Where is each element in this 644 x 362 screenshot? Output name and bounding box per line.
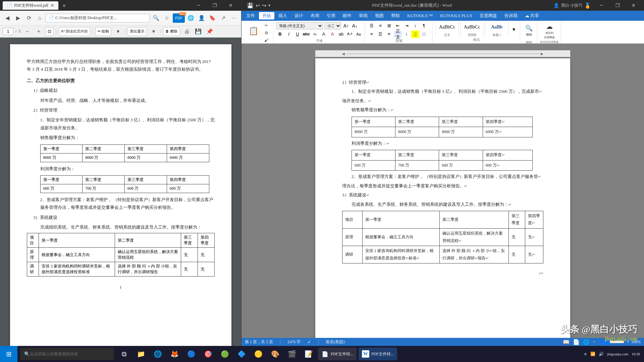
menu-refs[interactable]: 引用 bbox=[323, 12, 339, 19]
line-spacing-btn[interactable]: ↕ bbox=[402, 31, 411, 38]
pdf-home-btn[interactable]: ⌂ bbox=[35, 13, 44, 23]
menu-file[interactable]: 文件 bbox=[243, 12, 258, 19]
taskbar-browser3[interactable]: 🔵 bbox=[184, 346, 199, 362]
menu-design[interactable]: 设计 bbox=[291, 12, 307, 19]
pdf-draw-btn[interactable]: ✏ 绘制 bbox=[95, 27, 111, 36]
copy-btn[interactable]: ⧉ bbox=[262, 29, 271, 36]
baidu-save-btn[interactable]: ☁ 保存到 百度网盘 bbox=[541, 22, 558, 40]
pdf-user-btn[interactable]: 👤 bbox=[197, 13, 206, 23]
pdf-share-btn[interactable]: ↗ bbox=[218, 13, 228, 23]
pdf-new-tab[interactable]: ＋ bbox=[61, 1, 67, 9]
style-no-space[interactable]: AaBbCc 无间距 bbox=[460, 22, 484, 37]
word-restore-btn[interactable]: ❐ bbox=[610, 0, 625, 11]
pdf-address-bar[interactable]: 📄 C:/Users/如亚科技/Desktop/PDF文... bbox=[46, 14, 150, 22]
shading-btn[interactable]: A↗ bbox=[346, 31, 354, 38]
pdf-print-btn[interactable]: 🖨 bbox=[182, 27, 192, 36]
menu-layout[interactable]: 布局 bbox=[307, 12, 323, 19]
pdf-globe-btn[interactable]: 🌐 bbox=[186, 13, 196, 23]
taskbar-app1[interactable]: 🎯 bbox=[201, 346, 215, 362]
bold-btn[interactable]: B bbox=[276, 31, 284, 38]
font-grow-btn[interactable]: A↑ bbox=[342, 22, 350, 29]
menu-kutools[interactable]: KUTOOLS ™ bbox=[404, 12, 436, 19]
taskbar-word-app[interactable]: W PDF文件转... bbox=[359, 348, 397, 360]
menu-insert[interactable]: 插入 bbox=[275, 12, 290, 19]
task-view-btn[interactable]: ⧉ bbox=[117, 346, 131, 362]
menu-mail[interactable]: 邮件 bbox=[339, 12, 355, 19]
tray-expand-btn[interactable]: ∧ bbox=[584, 352, 587, 357]
indent-increase-btn[interactable]: ⇥ bbox=[402, 22, 411, 29]
word-doc-area[interactable]: ◀ ▶ 2）经营管理↵ 1、制定全年营销规划，达成销售额（平衡目标 3 亿）、利… bbox=[241, 44, 644, 338]
sort-btn[interactable]: ↕ bbox=[411, 22, 419, 29]
pdf-star-btn[interactable]: ☆ bbox=[162, 13, 171, 23]
style-normal[interactable]: AaBbCc 正文 bbox=[435, 22, 459, 37]
numbering-btn[interactable]: ≡ bbox=[376, 22, 384, 29]
pdf-page-input[interactable] bbox=[3, 28, 13, 35]
menu-home[interactable]: 开始 bbox=[259, 12, 274, 19]
pdf-read-aloud[interactable]: A⁰ 朗读此页内容 bbox=[59, 27, 90, 36]
taskbar-explorer[interactable]: 📁 bbox=[133, 346, 148, 362]
pdf-bookmark-btn[interactable]: 🔖 bbox=[208, 13, 217, 23]
pdf-save-btn[interactable]: 💾 bbox=[194, 27, 203, 36]
find-btn[interactable]: 🔍 编辑 bbox=[523, 22, 535, 40]
font-shrink-btn[interactable]: A↓ bbox=[351, 22, 359, 29]
outline-btn[interactable]: ⊞ bbox=[385, 22, 393, 29]
strikethrough-btn[interactable]: abc bbox=[302, 31, 310, 38]
word-save-icon[interactable]: 💾 bbox=[247, 2, 254, 9]
paste-btn[interactable]: 📋 bbox=[246, 22, 261, 40]
menu-view[interactable]: 视图 bbox=[372, 12, 387, 19]
taskbar-app7[interactable]: 📝 bbox=[301, 346, 316, 362]
taskbar-pdf-app[interactable]: 📄 PDF文件转... bbox=[318, 348, 357, 360]
font-aa-btn[interactable]: Aa bbox=[355, 31, 363, 38]
pdf-refresh-btn[interactable]: ⟳ bbox=[24, 13, 34, 23]
align-left-btn[interactable]: ≡ bbox=[368, 31, 376, 38]
pdf-highlight-arrow[interactable]: ▾ bbox=[149, 27, 158, 36]
taskbar-browser2[interactable]: 🦊 bbox=[167, 346, 182, 362]
pdf-minimize-btn[interactable]: ─ bbox=[191, 0, 206, 11]
taskbar-search-input[interactable] bbox=[30, 352, 110, 356]
pdf-draw-arrow[interactable]: ▾ bbox=[113, 27, 123, 36]
font-color-btn[interactable]: A bbox=[328, 31, 336, 38]
pdf-convert-btn[interactable]: PDF New bbox=[173, 13, 185, 23]
pdf-pin-btn[interactable]: 📌 bbox=[205, 27, 214, 36]
pdf-fit-width[interactable]: ⊡ bbox=[45, 27, 54, 36]
pdf-close-btn[interactable]: ✕ bbox=[223, 0, 238, 11]
italic-btn[interactable]: I bbox=[285, 31, 293, 38]
underline-btn[interactable]: U bbox=[293, 31, 302, 38]
menu-share[interactable]: ☁ 共享 bbox=[522, 12, 542, 19]
taskbar-search-bar[interactable]: 🔍 bbox=[20, 348, 114, 360]
border-btn[interactable]: □ bbox=[420, 31, 428, 38]
taskbar-app6[interactable]: 🎬 bbox=[284, 346, 299, 362]
pdf-prev-page[interactable]: − bbox=[22, 27, 32, 36]
styles-more-btn[interactable]: ▾ bbox=[510, 22, 518, 37]
font-size-select[interactable]: 小二 bbox=[324, 22, 341, 29]
style-h1[interactable]: AaBb 标题 1 bbox=[485, 22, 508, 37]
show-para-btn[interactable]: ¶ bbox=[420, 22, 428, 29]
pdf-next-page[interactable]: + bbox=[34, 27, 43, 36]
menu-baidu[interactable]: 百度网盘 bbox=[476, 12, 500, 19]
clear-format-btn[interactable]: A bbox=[320, 31, 328, 38]
taskbar-browser1[interactable]: 🌐 bbox=[150, 346, 165, 362]
taskbar-app4[interactable]: 🟡 bbox=[251, 346, 266, 362]
pdf-more-btn[interactable]: ··· bbox=[229, 13, 238, 23]
menu-help[interactable]: 帮助 bbox=[388, 12, 403, 19]
pdf-highlight-btn[interactable]: 突出显示 bbox=[127, 27, 147, 36]
menu-tell[interactable]: 告诉我 bbox=[501, 12, 521, 19]
start-button[interactable]: ⊞ bbox=[0, 346, 17, 362]
format-painter-btn[interactable]: 🖌 bbox=[262, 37, 271, 44]
cut-btn[interactable]: ✂ bbox=[262, 22, 271, 29]
taskbar-app2[interactable]: 🟢 bbox=[217, 346, 232, 362]
highlight-btn[interactable]: ab bbox=[337, 31, 345, 38]
word-redo-icon[interactable]: ↪ bbox=[262, 2, 266, 9]
pdf-erase-btn[interactable]: 🗑 擦除 bbox=[163, 27, 180, 36]
font-name-select[interactable]: 等线 (中文正文) bbox=[276, 22, 323, 29]
menu-kutools-plus[interactable]: KUTOOLS PLUS bbox=[437, 12, 475, 19]
taskbar-app5[interactable]: 🎨 bbox=[268, 346, 282, 362]
pdf-back-btn[interactable]: ◀ bbox=[3, 13, 12, 23]
taskbar-app3[interactable]: 🔷 bbox=[234, 346, 249, 362]
word-undo-icon[interactable]: ↩ bbox=[256, 2, 260, 9]
pdf-content-area[interactable]: 甲方聘用乙方担任甲方执行总经理职务，全面负责公司的经营管理工作，聘任、考核时间为… bbox=[0, 38, 241, 346]
align-center-btn[interactable]: ☰ bbox=[376, 31, 384, 38]
shading2-btn[interactable]: ░ bbox=[411, 31, 419, 38]
pdf-forward-btn[interactable]: ▶ bbox=[13, 13, 23, 23]
word-close-btn[interactable]: ✕ bbox=[626, 0, 641, 11]
